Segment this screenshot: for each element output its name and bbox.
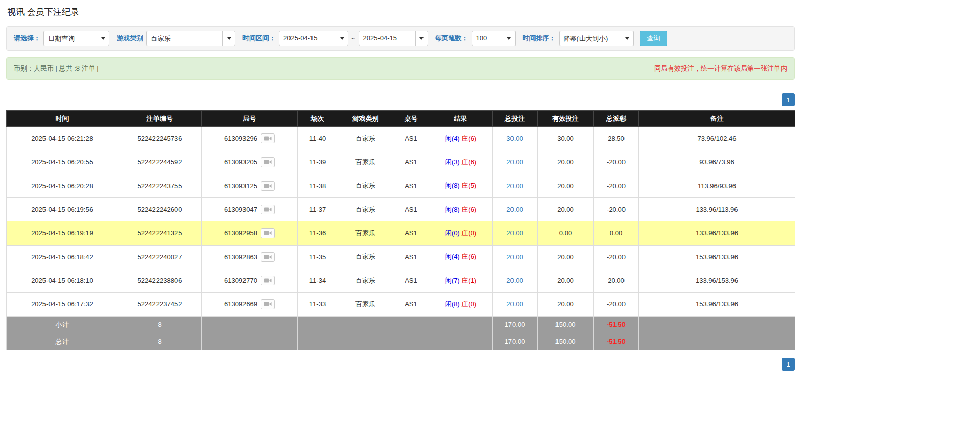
column-header-7: 总投注: [493, 111, 538, 127]
result-player: 闲(0): [445, 229, 460, 237]
chevron-down-icon[interactable]: [503, 31, 516, 46]
footer-empty-cell: [429, 316, 493, 333]
total-bet-link[interactable]: 20.00: [506, 229, 523, 237]
table-row: 2025-04-15 06:19:56522422242600613093047…: [7, 197, 795, 221]
chevron-down-icon[interactable]: [416, 31, 428, 46]
cell-game-type: 百家乐: [338, 269, 393, 292]
footer-empty-cell: [639, 316, 795, 333]
cell-valid-bet: 20.00: [538, 269, 594, 292]
cell-result: 闲(0) 庄(0): [429, 221, 493, 245]
footer-empty-cell: [393, 333, 429, 350]
video-replay-button[interactable]: [261, 133, 275, 143]
game-type-select[interactable]: 百家乐: [146, 31, 235, 46]
cell-time: 2025-04-15 06:21:28: [7, 127, 118, 150]
cell-round-no: 613092863: [202, 245, 298, 269]
round-no-text: 613092863: [224, 253, 257, 261]
cell-session: 11-35: [298, 245, 338, 269]
cell-payout: -20.00: [594, 293, 639, 316]
per-page-select[interactable]: 100: [472, 31, 516, 46]
video-replay-button[interactable]: [261, 181, 275, 191]
cell-valid-bet: 20.00: [538, 174, 594, 197]
table-row: 2025-04-15 06:17:32522422237452613092669…: [7, 293, 795, 316]
total-bet-link[interactable]: 20.00: [506, 206, 523, 213]
cell-remark: 133.96/133.96: [639, 221, 795, 245]
chevron-down-icon[interactable]: [223, 31, 235, 46]
cell-total-bet: 20.00: [493, 269, 538, 292]
cell-remark: 113.96/93.96: [639, 174, 795, 197]
cell-remark: 153.96/133.96: [639, 245, 795, 269]
total-bet-link[interactable]: 30.00: [506, 135, 523, 142]
footer-empty-cell: [429, 333, 493, 350]
footer-empty-cell: [298, 333, 338, 350]
cell-payout: -20.00: [594, 245, 639, 269]
footer-label: 总计: [7, 333, 118, 350]
date-type-select[interactable]: 日期查询: [43, 31, 109, 46]
cell-session: 11-37: [298, 197, 338, 221]
cell-bet-no: 522422244592: [118, 150, 202, 174]
round-no-text: 613092958: [224, 229, 257, 237]
chevron-down-icon[interactable]: [336, 31, 348, 46]
cell-bet-no: 522422243755: [118, 174, 202, 197]
total-bet-link[interactable]: 20.00: [506, 300, 523, 308]
result-player: 闲(8): [445, 182, 460, 189]
table-footer: 小计8170.00150.00-51.50总计8170.00150.00-51.…: [7, 316, 795, 350]
video-camera-icon: [264, 230, 272, 236]
cell-remark: 93.96/73.96: [639, 150, 795, 174]
total-bet-link[interactable]: 20.00: [506, 158, 523, 166]
page-button-1[interactable]: 1: [782, 358, 795, 371]
result-banker: 庄(6): [461, 206, 476, 213]
cell-session: 11-33: [298, 293, 338, 316]
total-bet-link[interactable]: 20.00: [506, 253, 523, 261]
result-player: 闲(4): [445, 135, 460, 142]
cell-valid-bet: 30.00: [538, 127, 594, 150]
video-replay-button[interactable]: [261, 157, 275, 167]
cell-round-no: 613092770: [202, 269, 298, 292]
video-replay-button[interactable]: [261, 276, 275, 285]
video-replay-button[interactable]: [261, 205, 275, 214]
video-replay-button[interactable]: [261, 299, 275, 309]
chevron-down-icon[interactable]: [97, 31, 109, 46]
round-no-text: 613092770: [224, 277, 257, 284]
video-replay-button[interactable]: [261, 252, 275, 262]
cell-game-type: 百家乐: [338, 245, 393, 269]
video-camera-icon: [264, 136, 272, 141]
cell-payout: 20.00: [594, 269, 639, 292]
chevron-down-icon[interactable]: [621, 31, 634, 46]
page-button-1[interactable]: 1: [782, 93, 795, 106]
cell-game-type: 百家乐: [338, 197, 393, 221]
table-row: 2025-04-15 06:21:28522422245736613093296…: [7, 127, 795, 150]
cell-result: 闲(8) 庄(5): [429, 174, 493, 197]
video-replay-button[interactable]: [261, 228, 275, 238]
total-bet-link[interactable]: 20.00: [506, 277, 523, 284]
cell-total-bet: 20.00: [493, 174, 538, 197]
video-camera-icon: [264, 278, 272, 283]
column-header-1: 注单编号: [118, 111, 202, 127]
column-header-3: 场次: [298, 111, 338, 127]
column-header-9: 总派彩: [594, 111, 639, 127]
currency-summary-text: 币别：人民币 | 总共 :8 注单 |: [14, 64, 99, 73]
cell-payout: 0.00: [594, 221, 639, 245]
cell-total-bet: 20.00: [493, 197, 538, 221]
date-to-select[interactable]: 2025-04-15: [359, 31, 428, 46]
cell-time: 2025-04-15 06:20:55: [7, 150, 118, 174]
sort-order-select[interactable]: 降幂(由大到小): [559, 31, 634, 46]
search-button[interactable]: 查询: [640, 31, 667, 46]
date-type-value: 日期查询: [43, 31, 97, 46]
cell-round-no: 613093296: [202, 127, 298, 150]
result-player: 闲(8): [445, 300, 460, 308]
subtotal-row: 小计8170.00150.00-51.50: [7, 316, 795, 333]
cell-valid-bet: 0.00: [538, 221, 594, 245]
cell-bet-no: 522422238806: [118, 269, 202, 292]
notice-text: 同局有效投注，统一计算在该局第一张注单内: [654, 64, 787, 73]
cell-game-type: 百家乐: [338, 127, 393, 150]
cell-total-bet: 30.00: [493, 127, 538, 150]
cell-remark: 153.96/133.96: [639, 293, 795, 316]
result-player: 闲(7): [445, 277, 460, 284]
column-header-10: 备注: [639, 111, 795, 127]
date-to-value: 2025-04-15: [359, 31, 416, 46]
result-banker: 庄(6): [461, 158, 476, 166]
total-bet-link[interactable]: 20.00: [506, 182, 523, 190]
footer-total-bet: 170.00: [493, 316, 538, 333]
date-from-select[interactable]: 2025-04-15: [279, 31, 348, 46]
footer-payout: -51.50: [594, 316, 639, 333]
